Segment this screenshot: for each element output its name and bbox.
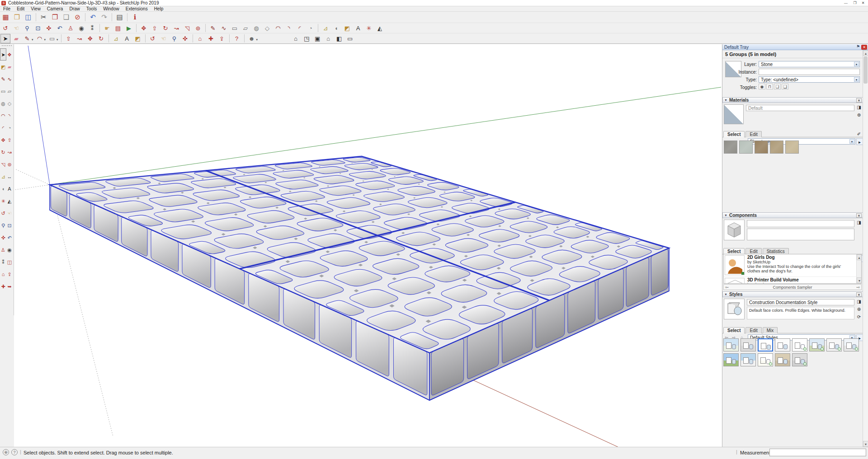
scale-icon[interactable]: ◹ (0, 158, 6, 170)
receive-shadows-toggle-icon[interactable]: ❑ (782, 84, 788, 89)
component-title[interactable]: 3D Printer Build Volume (747, 277, 799, 282)
view-iso-icon[interactable]: ⌂ (291, 34, 301, 43)
zoom-window-icon[interactable]: ⊡ (33, 23, 43, 33)
style-wireframe[interactable] (792, 338, 807, 351)
close-panel-icon[interactable]: ✕ (856, 98, 862, 103)
styles-tab-select[interactable]: Select (723, 327, 745, 333)
new-file-icon[interactable]: ▦ (0, 12, 11, 22)
paint-bucket-icon[interactable]: ◩ (133, 34, 143, 43)
scroll-up-icon[interactable]: ▲ (863, 50, 868, 56)
components-tab-select[interactable]: Select (723, 248, 745, 254)
scale-icon[interactable]: ◹ (182, 23, 192, 33)
rotate-icon[interactable]: ↻ (96, 34, 106, 43)
collapse-icon[interactable]: ▼ (724, 213, 727, 218)
scroll-down-icon[interactable]: ▼ (863, 441, 868, 447)
prev-collection-icon[interactable]: ⇦ (725, 285, 729, 290)
menu-edit[interactable]: Edit (14, 6, 28, 11)
chevron-down-icon[interactable]: ▾ (256, 38, 258, 42)
view-box-icon[interactable]: ◳ (302, 34, 311, 43)
tape-measure-icon[interactable]: ⊿ (321, 23, 330, 33)
orbit-icon[interactable]: ↺ (148, 34, 158, 43)
erase-icon[interactable]: ⊘ (72, 12, 83, 22)
menu-view[interactable]: View (28, 6, 44, 11)
extension-warehouse-icon[interactable]: ✚ (0, 280, 6, 292)
collapse-icon[interactable]: ▼ (724, 292, 727, 297)
tape-measure-icon[interactable]: ⊿ (0, 170, 6, 183)
walk-icon[interactable]: ⁑ (87, 23, 97, 33)
close-button[interactable]: ✕ (859, 0, 867, 6)
push-pull-icon[interactable]: ⇧ (6, 134, 13, 146)
materials-header[interactable]: ▼ Materials ✕ (722, 97, 863, 103)
model-info-icon[interactable]: ℹ (130, 12, 140, 22)
zoom-icon[interactable]: ⚲ (170, 34, 179, 43)
zoom-extents-icon[interactable]: ✜ (0, 231, 6, 244)
view-top-icon[interactable]: ▣ (312, 34, 322, 43)
component-result-item[interactable]: 2D Girls Dogby SketchUpUse the Interact … (724, 254, 861, 277)
material-swatch-bluestone-beige[interactable] (785, 141, 799, 154)
line-icon[interactable]: ✎ (208, 23, 218, 33)
freehand-icon[interactable]: ∿ (6, 73, 13, 85)
styles-tab-mix[interactable]: Mix (763, 327, 778, 333)
style-blue-sky[interactable] (723, 338, 739, 351)
cast-shadows-toggle-icon[interactable]: ❏ (774, 84, 781, 89)
zoom-icon[interactable]: ⚲ (22, 23, 32, 33)
zoom-window-icon[interactable]: ⊡ (6, 219, 13, 231)
paint-icon[interactable]: ◩ (342, 23, 352, 33)
share-model-icon[interactable]: ⇪ (217, 34, 227, 43)
walk-icon[interactable]: ⁑ (0, 256, 6, 268)
two-point-arc-icon[interactable]: ◝ (6, 109, 13, 122)
eraser-icon[interactable]: ▰ (11, 34, 21, 43)
rotated-rectangle-icon[interactable]: ▱ (241, 23, 250, 33)
pan-icon[interactable]: ☜ (11, 23, 21, 33)
tray-scrollbar[interactable]: ▲ ▼ (863, 50, 868, 447)
rotate-icon[interactable]: ↻ (160, 23, 170, 33)
components-scrollbar[interactable]: ▲▼ (856, 254, 861, 283)
protractor-icon[interactable]: ◖ (0, 183, 6, 195)
chevron-down-icon[interactable]: ▾ (32, 38, 33, 42)
chevron-down-icon[interactable]: ▾ (44, 38, 46, 42)
components-header[interactable]: ▼ Components ✕ (722, 212, 863, 218)
close-panel-icon[interactable]: ✕ (856, 213, 862, 218)
menu-help[interactable]: Help (151, 6, 167, 11)
pie-icon[interactable]: ◔ (306, 23, 316, 33)
circle-icon[interactable]: ◍ (0, 97, 6, 109)
arc-icon[interactable]: ◠ (35, 34, 45, 43)
orbit-icon[interactable]: ↺ (0, 207, 6, 219)
style-blue-top[interactable] (741, 353, 756, 366)
style-white[interactable] (775, 338, 790, 351)
share-model-icon[interactable]: ⇪ (6, 268, 13, 280)
orbit-icon[interactable]: ↺ (0, 23, 10, 33)
make-component-icon[interactable]: ❖ (6, 48, 13, 61)
print-icon[interactable]: ▤ (114, 12, 125, 22)
push-pull-icon[interactable]: ⇧ (64, 34, 74, 43)
redo-icon[interactable]: ↷ (99, 12, 109, 22)
zoom-previous-icon[interactable]: ↶ (6, 231, 13, 244)
style-name-field[interactable]: Construction Documentation Style (747, 299, 854, 305)
text-tool-icon[interactable]: A (353, 23, 363, 33)
menu-draw[interactable]: Draw (66, 6, 83, 11)
paste-icon[interactable]: ❑ (61, 12, 71, 22)
material-name-field[interactable]: Default (746, 105, 854, 111)
components-collection-bar[interactable]: ⇦ Components Sampler ⇨ (723, 284, 862, 290)
3d-warehouse-icon[interactable]: ⌂ (0, 268, 6, 280)
tape-measure-icon[interactable]: ⊿ (111, 34, 121, 43)
secondary-pane-icon[interactable]: ◨ (856, 220, 862, 226)
styles-tab-edit[interactable]: Edit (745, 327, 761, 333)
menu-extensions[interactable]: Extensions (123, 6, 151, 11)
help-center-icon[interactable]: ? (232, 34, 242, 43)
secondary-pane-icon[interactable]: ◨ (856, 299, 862, 305)
help-icon[interactable]: ? (11, 449, 18, 455)
axes-tool-icon[interactable]: ✳ (0, 195, 6, 207)
view-back-icon[interactable]: ▭ (345, 34, 355, 43)
three-d-text-icon[interactable]: ◭ (375, 23, 385, 33)
instance-field[interactable] (759, 69, 860, 75)
cobblestone-model[interactable] (14, 44, 722, 447)
section-plane-icon[interactable]: ◫ (6, 256, 13, 268)
rotated-rectangle-icon[interactable]: ▱ (6, 85, 13, 97)
move-icon[interactable]: ✥ (139, 23, 149, 33)
layer-dropdown[interactable]: Stone▼ (759, 61, 860, 67)
text-tool-icon[interactable]: A (6, 183, 13, 195)
offset-icon[interactable]: ⊚ (193, 23, 203, 33)
circle-icon[interactable]: ◍ (251, 23, 261, 33)
protractor-icon[interactable]: ◖ (331, 23, 341, 33)
